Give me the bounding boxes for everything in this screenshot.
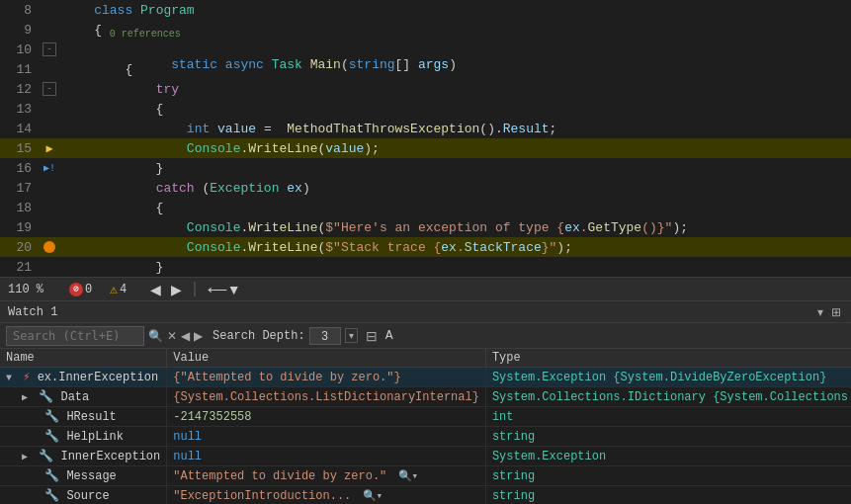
code-line-15: 15 ▶ Console.WriteLine(value); — [0, 138, 851, 158]
row-name-cell: 🔧 Source — [0, 486, 167, 505]
table-row[interactable]: 🔧 HelpLink null string — [0, 427, 851, 447]
error-count: 0 — [85, 283, 92, 296]
table-row[interactable]: ▼ ⚡ ex.InnerException {"Attempted to div… — [0, 368, 851, 387]
row-type: System.Collections.IDictionary {System.C… — [492, 390, 851, 404]
code-line-11: 11 { — [0, 59, 851, 79]
message-search-icon[interactable]: 🔍▾ — [398, 470, 419, 482]
code-line-12: 12 - try — [0, 79, 851, 99]
row-name-cell: ▼ ⚡ ex.InnerException — [0, 368, 167, 387]
row-type: string — [492, 489, 535, 503]
wrench-icon: 🔧 — [39, 450, 53, 463]
code-line-16: 16 ▶! } — [0, 158, 851, 178]
row-name-cell: 🔧 HResult — [0, 407, 167, 427]
col-name-header: Name — [0, 349, 167, 368]
expand-arrow[interactable]: ▶ — [22, 392, 28, 403]
warning-icon: ⚠ — [110, 282, 118, 297]
table-row[interactable]: ▶ 🔧 Data {System.Collections.ListDiction… — [0, 387, 851, 407]
row-value-cell: {"Attempted to divide by zero."} — [167, 368, 486, 387]
row-name-cell: ▶ 🔧 Data — [0, 387, 167, 407]
col-value-header: Value — [167, 349, 486, 368]
warning-count: 4 — [120, 283, 127, 296]
nav-options-button[interactable]: ⟵▼ — [206, 282, 243, 297]
row-value: "Attempted to divide by zero." — [173, 469, 386, 483]
zoom-label: 110 % — [8, 283, 43, 296]
exception-icon: ⚡ — [23, 371, 30, 384]
search-clear-button[interactable]: ✕ — [167, 329, 177, 343]
code-line-21: 21 } — [0, 257, 851, 277]
code-line-18: 18 { — [0, 198, 851, 217]
watch-table: Name Value Type ▼ ⚡ ex.InnerException {"… — [0, 349, 851, 504]
depth-dropdown[interactable]: ▾ — [345, 328, 358, 343]
col-type-header: Type — [485, 349, 851, 368]
expand-arrow[interactable]: ▶ — [22, 452, 28, 462]
watch-panel: Watch 1 ▾ ⊞ 🔍 ✕ ◀ ▶ Search Depth: ▾ ⊟ A … — [0, 300, 851, 504]
code-editor: 8 class Program 9 { 10 - 0 references st… — [0, 0, 851, 277]
wrench-icon: 🔧 — [44, 430, 59, 444]
expand-arrow[interactable]: ▼ — [6, 373, 12, 383]
depth-input[interactable] — [309, 327, 341, 345]
row-value: {System.Collections.ListDictionaryIntern… — [173, 390, 479, 404]
row-type-cell: System.Exception {System.DivideByZeroExc… — [485, 368, 851, 387]
watch-float-button[interactable]: ⊞ — [829, 305, 843, 319]
search-icon-button[interactable]: 🔍 — [148, 329, 163, 343]
filter-button[interactable]: ⊟ — [366, 328, 378, 344]
row-value: "ExceptionIntroduction... — [173, 489, 351, 503]
code-line-13: 13 { — [0, 99, 851, 119]
watch-table-header: Name Value Type — [0, 349, 851, 368]
row-type-cell: string — [485, 466, 851, 486]
row-name: HResult — [66, 410, 116, 424]
watch-search-bar: 🔍 ✕ ◀ ▶ Search Depth: ▾ ⊟ A — [0, 323, 851, 349]
row-name: Data — [60, 390, 89, 404]
depth-label: Search Depth: — [213, 329, 305, 343]
search-back-button[interactable]: ◀ — [181, 329, 190, 343]
row-name: Message — [66, 469, 116, 483]
table-row[interactable]: 🔧 Message "Attempted to divide by zero."… — [0, 466, 851, 486]
nav-back-button[interactable]: ◀ — [148, 282, 163, 297]
row-name-cell: ▶ 🔧 InnerException — [0, 447, 167, 466]
row-value-cell: {System.Collections.ListDictionaryIntern… — [167, 387, 486, 407]
error-badge: ⊘ 0 — [69, 283, 92, 296]
watch-title: Watch 1 — [8, 305, 57, 319]
watch-table-container: Name Value Type ▼ ⚡ ex.InnerException {"… — [0, 349, 851, 504]
row-type-cell: int — [485, 407, 851, 427]
row-value-cell: -2147352558 — [167, 407, 486, 427]
row-type: int — [492, 410, 514, 424]
nav-forward-button[interactable]: ▶ — [169, 282, 184, 297]
collapse-btn-12[interactable]: - — [43, 82, 56, 96]
wrench-icon: 🔧 — [44, 469, 59, 483]
row-type-cell: string — [485, 427, 851, 447]
row-value: -2147352558 — [173, 410, 251, 424]
row-type-cell: System.Exception — [485, 447, 851, 466]
row-value: {"Attempted to divide by zero."} — [173, 371, 400, 384]
watch-search-input[interactable] — [6, 326, 144, 346]
table-row[interactable]: 🔧 HResult -2147352558 int — [0, 407, 851, 427]
row-name-cell: 🔧 Message — [0, 466, 167, 486]
wrench-icon: 🔧 — [44, 489, 59, 503]
watch-header-controls: ▾ ⊞ — [815, 305, 843, 319]
row-value: null — [173, 450, 202, 463]
row-name: HelpLink — [66, 430, 124, 444]
row-type: string — [492, 430, 535, 444]
row-name-cell: 🔧 HelpLink — [0, 427, 167, 447]
case-sensitive-label: A — [385, 328, 393, 343]
row-type: System.Exception — [492, 450, 606, 463]
watch-pin-button[interactable]: ▾ — [815, 305, 825, 319]
warning-badge: ⚠ 4 — [110, 282, 127, 297]
code-line-17: 17 catch (Exception ex) — [0, 178, 851, 198]
row-type: string — [492, 469, 535, 483]
row-value-cell: null — [167, 447, 486, 466]
code-line-20: 20 Console.WriteLine($"Stack trace {ex.S… — [0, 237, 851, 257]
table-row[interactable]: 🔧 Source "ExceptionIntroduction... 🔍▾ st… — [0, 486, 851, 505]
row-value-cell: "Attempted to divide by zero." 🔍▾ — [167, 466, 486, 486]
source-search-icon[interactable]: 🔍▾ — [363, 490, 383, 502]
table-row[interactable]: ▶ 🔧 InnerException null System.Exception — [0, 447, 851, 466]
row-type-cell: System.Collections.IDictionary {System.C… — [485, 387, 851, 407]
code-line-19: 19 Console.WriteLine($"Here's an excepti… — [0, 217, 851, 237]
row-name: Source — [66, 489, 109, 503]
row-name: ex.InnerException — [38, 371, 158, 384]
collapse-btn-10[interactable]: - — [43, 42, 56, 56]
row-type-cell: string — [485, 486, 851, 505]
code-line-14: 14 int value = MethodThatThrowsException… — [0, 119, 851, 138]
row-type: System.Exception {System.DivideByZeroExc… — [492, 371, 826, 384]
search-forward-button[interactable]: ▶ — [194, 329, 203, 343]
